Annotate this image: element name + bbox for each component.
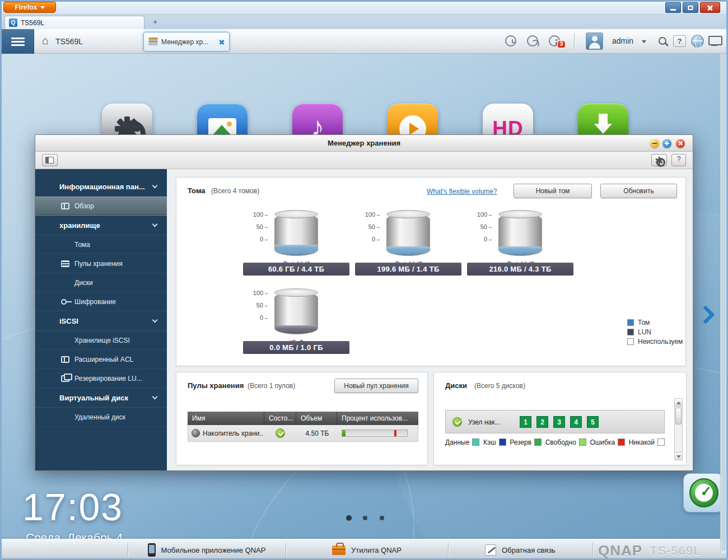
scrollbar[interactable] — [674, 398, 683, 460]
pager-dot[interactable] — [363, 516, 367, 520]
sidebar-item-encryption[interactable]: Шифрование — [35, 292, 167, 311]
browser-minimize-button[interactable] — [665, 2, 681, 13]
pager-dot[interactable] — [380, 516, 384, 520]
dock-item-mobile-app[interactable]: Мобильное приложение QNAP — [128, 539, 286, 560]
main-menu-button[interactable] — [2, 29, 34, 54]
acl-icon — [61, 356, 69, 363]
sidebar-item-disks[interactable]: Диски — [35, 273, 167, 292]
app-tab-label: Менеджер хр... — [161, 38, 208, 46]
scrollbar-thumb[interactable] — [721, 30, 726, 551]
scrollbar-thumb[interactable] — [675, 408, 682, 424]
sidebar-item-storage-pools[interactable]: Пулы хранения — [35, 254, 167, 273]
legend-item-volume: Том — [627, 319, 685, 328]
pool-icon — [192, 429, 200, 437]
sidebar-item-volumes[interactable]: Тома — [35, 235, 167, 254]
disk-slot-2[interactable]: 2 — [536, 416, 548, 428]
legend-item-unused: Неиспользуем — [627, 338, 685, 347]
sidebar-item-remote-disk[interactable]: Удаленный диск — [35, 408, 167, 427]
window-minimize-button[interactable] — [650, 139, 659, 148]
legend-swatch — [627, 329, 634, 335]
legend-swatch — [499, 438, 506, 446]
gauge-icon — [689, 478, 718, 507]
cylinder-rim — [274, 288, 318, 297]
user-menu[interactable]: admin — [612, 36, 633, 45]
gear-icon — [655, 157, 663, 165]
browser-close-button[interactable] — [700, 2, 720, 13]
chevron-down-icon — [152, 318, 158, 323]
desktop-switch-icon[interactable] — [708, 35, 721, 47]
search-icon[interactable] — [657, 35, 669, 48]
enclosure-name: Узел нак... — [468, 418, 500, 426]
pools-title: Пулы хранения — [188, 381, 244, 390]
legend-swatch — [627, 338, 634, 345]
help-button[interactable]: ? — [673, 35, 686, 47]
legend-item-error: Ошибка — [590, 438, 625, 446]
usage-bar — [342, 430, 408, 437]
legend-item-lun: LUN — [627, 328, 685, 338]
refresh-button[interactable]: Обновить — [600, 184, 677, 198]
legend-item-data: Данные — [445, 438, 479, 446]
volume-fill — [387, 246, 430, 255]
new-volume-button[interactable]: Новый том — [514, 184, 592, 198]
sidebar-section-iscsi[interactable]: iSCSI — [35, 311, 167, 331]
gauge-face — [695, 484, 713, 502]
overview-icon — [61, 203, 69, 209]
background-tasks-icon[interactable] — [505, 35, 518, 48]
status-ok-icon — [452, 417, 462, 427]
settings-button[interactable] — [651, 154, 667, 166]
scroll-up-icon[interactable] — [675, 399, 682, 407]
phone-icon — [148, 543, 156, 557]
browser-tab-ts569l[interactable]: TS569L — [4, 16, 144, 29]
browser-scrollbar[interactable] — [720, 29, 726, 553]
browser-tabbar: TS569L + — [0, 15, 728, 29]
sidebar-section-dashboard[interactable]: Информационная пан... — [35, 177, 167, 197]
sidebar-item-iscsi-storage[interactable]: Хранилище iSCSI — [35, 331, 167, 350]
sidebar-item-lun-backup[interactable]: Резервирование LU... — [35, 369, 167, 388]
scroll-down-icon[interactable] — [675, 452, 682, 460]
sidebar-section-storage[interactable]: хранилище — [35, 216, 167, 235]
disk-slot-4[interactable]: 4 — [570, 416, 582, 428]
disk-slot-3[interactable]: 3 — [553, 416, 565, 428]
disk-slot-1[interactable]: 1 — [520, 416, 531, 428]
chevron-down-icon — [152, 394, 158, 400]
sidebar-section-virtual-disk[interactable]: Виртуальный диск — [35, 388, 167, 408]
new-tab-button[interactable]: + — [148, 17, 162, 27]
language-globe-icon[interactable] — [691, 35, 704, 48]
firefox-menu-button[interactable]: Firefox — [3, 2, 56, 13]
flexible-volume-link[interactable]: What's flexible volume? — [427, 188, 497, 195]
home-icon — [42, 35, 52, 45]
avatar[interactable] — [586, 32, 603, 50]
legend-swatch — [472, 438, 479, 446]
disk-slot-5[interactable]: 5 — [587, 416, 599, 428]
browser-tab-title: TS569L — [21, 19, 44, 27]
window-help-button[interactable]: ? — [671, 154, 686, 166]
dock-item-feedback[interactable]: Обратная связь — [448, 539, 592, 560]
sidebar-item-advanced-acl[interactable]: Расширенный ACL — [35, 350, 167, 369]
user-menu-caret-icon — [642, 40, 646, 43]
collapse-sidebar-button[interactable] — [42, 154, 58, 166]
cylinder-rim — [498, 210, 542, 218]
dock-item-qnap-utility[interactable]: Утилита QNAP — [286, 539, 448, 560]
open-app-tab-storage-manager[interactable]: Менеджер хр... — [143, 32, 230, 52]
window-close-button[interactable] — [676, 139, 685, 148]
topbar-divider — [574, 34, 575, 49]
legend-swatch — [627, 319, 634, 326]
app-tab-close-icon[interactable] — [218, 39, 225, 45]
external-device-icon[interactable] — [526, 35, 540, 48]
dashboard-widget-button[interactable] — [683, 473, 724, 512]
home-nas-name[interactable]: TS569L — [55, 37, 83, 46]
pool-icon — [61, 260, 69, 267]
window-content: Тома (Всего 4 томов) What's flexible vol… — [167, 169, 693, 470]
pager-dot-active[interactable] — [346, 515, 352, 521]
sidebar-item-overview[interactable]: Обзор — [35, 197, 167, 216]
legend-swatch — [618, 438, 625, 446]
notification-badge: 3 — [557, 40, 566, 48]
chevron-down-icon — [152, 222, 158, 227]
window-maximize-button[interactable] — [662, 139, 671, 148]
key-icon — [61, 299, 67, 305]
pool-table-row[interactable]: Накопитель храни... 4.50 ТБ — [188, 425, 418, 442]
column-status: Состо... — [264, 412, 296, 425]
browser-maximize-button[interactable] — [683, 2, 698, 13]
volume-capacity-badge: 199.6 МБ / 1.4 ТБ — [355, 263, 461, 276]
new-pool-button[interactable]: Новый пул хранения — [334, 379, 418, 393]
